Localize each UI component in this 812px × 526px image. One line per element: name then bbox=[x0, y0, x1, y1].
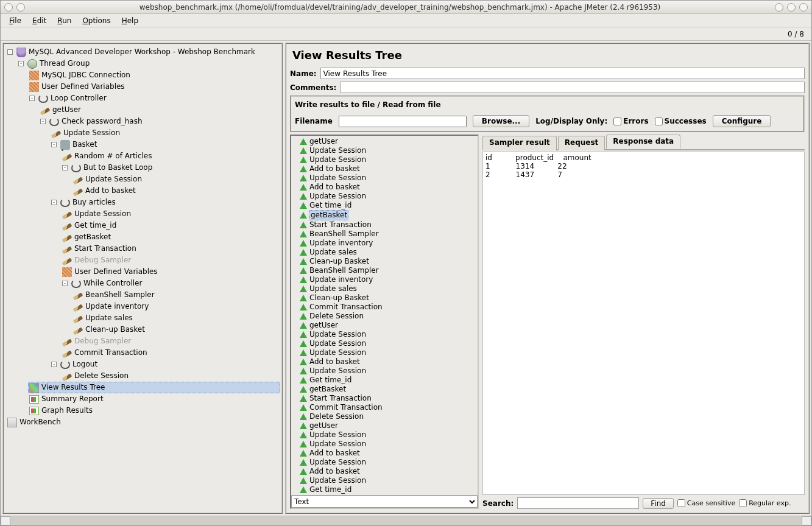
result-item[interactable]: Get time_id bbox=[294, 201, 475, 210]
scroll-right-icon[interactable] bbox=[802, 516, 811, 525]
tab-sampler-result[interactable]: Sampler result bbox=[482, 136, 557, 150]
tree-item[interactable]: -Check password_hash bbox=[39, 116, 280, 127]
menu-run[interactable]: Run bbox=[52, 15, 76, 26]
tree-toggle-icon[interactable]: - bbox=[40, 119, 46, 124]
tree-item[interactable]: getBasket bbox=[61, 231, 280, 243]
tree-item[interactable]: -Logout bbox=[50, 359, 280, 370]
result-item[interactable]: BeanShell Sampler bbox=[294, 230, 475, 239]
tree-toggle-icon[interactable]: - bbox=[51, 200, 57, 205]
tree-item[interactable]: MySQL JDBC Connection bbox=[28, 69, 280, 81]
configure-button[interactable]: Configure bbox=[713, 115, 771, 127]
result-item[interactable]: Add to basket bbox=[294, 467, 475, 476]
tree-item[interactable]: Get time_id bbox=[61, 220, 280, 231]
search-input[interactable] bbox=[517, 497, 639, 509]
renderer-select[interactable]: Text bbox=[291, 496, 478, 508]
result-item[interactable]: Update Session bbox=[294, 458, 475, 467]
result-item[interactable]: Update Session bbox=[294, 440, 475, 449]
result-item[interactable]: Get time_id bbox=[294, 485, 475, 494]
tree-item[interactable]: User Defined Variables bbox=[61, 266, 280, 278]
tree-toggle-icon[interactable]: - bbox=[51, 142, 57, 147]
result-item[interactable]: Add to basket bbox=[294, 183, 475, 192]
tree-item[interactable]: getUser bbox=[39, 104, 280, 116]
result-item[interactable]: Update Session bbox=[294, 348, 475, 357]
tree-item[interactable]: Update Session bbox=[50, 127, 280, 139]
tree-toggle-icon[interactable]: - bbox=[51, 362, 57, 367]
tree-toggle-icon[interactable]: - bbox=[29, 96, 35, 101]
tree-toggle-icon[interactable]: - bbox=[62, 281, 68, 286]
result-item[interactable]: Commit Transaction bbox=[294, 403, 475, 412]
tree-item[interactable]: Update inventory bbox=[72, 301, 280, 312]
tree-item[interactable]: Summary Report bbox=[28, 393, 280, 405]
successes-checkbox[interactable]: Successes bbox=[655, 117, 707, 125]
tree-item[interactable]: -Basket bbox=[50, 139, 280, 150]
tree-item[interactable]: Random # of Articles bbox=[61, 150, 280, 162]
result-item[interactable]: Update inventory bbox=[294, 275, 475, 284]
result-item[interactable]: Update inventory bbox=[294, 239, 475, 248]
tree-item[interactable]: Update Session bbox=[72, 174, 280, 185]
result-item[interactable]: Delete Session bbox=[294, 312, 475, 321]
result-item[interactable]: Update Session bbox=[294, 146, 475, 155]
result-item[interactable]: Add to basket bbox=[294, 164, 475, 174]
result-item[interactable]: Update Session bbox=[294, 174, 475, 183]
test-plan-tree[interactable]: -MySQL Advanced Developer Workshop - Web… bbox=[4, 44, 281, 513]
result-item[interactable]: Update sales bbox=[294, 284, 475, 293]
result-item[interactable]: Get time_id bbox=[294, 376, 475, 385]
tree-toggle-icon[interactable]: - bbox=[18, 61, 24, 66]
tree-item[interactable]: Clean-up Basket bbox=[72, 324, 280, 335]
tree-item[interactable]: -But to Basket Loop bbox=[61, 162, 280, 174]
result-item[interactable]: Update Session bbox=[294, 430, 475, 440]
result-item[interactable]: getBasket bbox=[294, 385, 475, 394]
case-sensitive-checkbox[interactable]: Case sensitive bbox=[677, 499, 735, 507]
close-icon[interactable] bbox=[799, 3, 808, 12]
result-item[interactable]: Clean-up Basket bbox=[294, 257, 475, 266]
scroll-track[interactable] bbox=[10, 516, 802, 525]
window-menu-icon[interactable] bbox=[4, 3, 13, 12]
filename-input[interactable] bbox=[339, 116, 467, 127]
results-list[interactable]: getUserUpdate SessionUpdate SessionAdd t… bbox=[291, 136, 478, 495]
result-item[interactable]: getUser bbox=[294, 421, 475, 430]
tree-toggle-icon[interactable]: - bbox=[7, 49, 13, 55]
tree-item[interactable]: Delete Session bbox=[61, 370, 280, 382]
name-input[interactable] bbox=[320, 68, 805, 79]
window-sticky-icon[interactable] bbox=[16, 3, 25, 12]
tree-item[interactable]: Update sales bbox=[72, 312, 280, 324]
tree-item[interactable]: -MySQL Advanced Developer Workshop - Web… bbox=[6, 46, 280, 58]
tab-response-data[interactable]: Response data bbox=[606, 135, 680, 149]
browse-button[interactable]: Browse... bbox=[473, 115, 529, 127]
tab-request[interactable]: Request bbox=[558, 136, 605, 150]
result-item[interactable]: getBasket bbox=[294, 210, 475, 220]
tree-item[interactable]: View Results Tree bbox=[28, 382, 280, 393]
result-item[interactable]: Update Session bbox=[294, 330, 475, 339]
result-item[interactable]: Add to basket bbox=[294, 449, 475, 458]
result-item[interactable]: Delete Session bbox=[294, 412, 475, 421]
tree-item[interactable]: BeanShell Sampler bbox=[72, 289, 280, 301]
tree-item[interactable]: Debug Sampler bbox=[61, 254, 280, 266]
result-item[interactable]: Start Transaction bbox=[294, 220, 475, 230]
tree-item[interactable]: Graph Results bbox=[28, 405, 280, 416]
response-data-view[interactable]: id product_id amount 1 1314 22 2 1437 7 bbox=[482, 152, 805, 495]
tree-item[interactable]: Update Session bbox=[61, 208, 280, 220]
result-item[interactable]: Update Session bbox=[294, 192, 475, 201]
result-item[interactable]: getUser bbox=[294, 321, 475, 330]
errors-checkbox[interactable]: Errors bbox=[613, 117, 648, 125]
tree-item[interactable]: -Loop Controller bbox=[28, 93, 280, 104]
menu-edit[interactable]: Edit bbox=[27, 15, 51, 26]
minimize-icon[interactable] bbox=[775, 3, 783, 12]
tree-item[interactable]: -While Controller bbox=[61, 278, 280, 289]
horizontal-scrollbar[interactable] bbox=[1, 516, 811, 525]
result-item[interactable]: Commit Transaction bbox=[294, 303, 475, 312]
tree-item[interactable]: WorkBench bbox=[6, 416, 280, 428]
tree-toggle-icon[interactable]: - bbox=[62, 165, 68, 170]
tree-item[interactable]: Start Transaction bbox=[61, 243, 280, 254]
result-item[interactable]: Update Session bbox=[294, 155, 475, 164]
comments-input[interactable] bbox=[340, 82, 805, 93]
menu-options[interactable]: Options bbox=[77, 15, 115, 26]
result-item[interactable]: Add to basket bbox=[294, 357, 475, 366]
scroll-left-icon[interactable] bbox=[1, 516, 10, 525]
result-item[interactable]: Clean-up Basket bbox=[294, 293, 475, 303]
maximize-icon[interactable] bbox=[787, 3, 796, 12]
menu-help[interactable]: Help bbox=[117, 15, 143, 26]
tree-item[interactable]: -Buy articles bbox=[50, 197, 280, 208]
tree-item[interactable]: Commit Transaction bbox=[61, 347, 280, 359]
result-item[interactable]: getUser bbox=[294, 137, 475, 146]
